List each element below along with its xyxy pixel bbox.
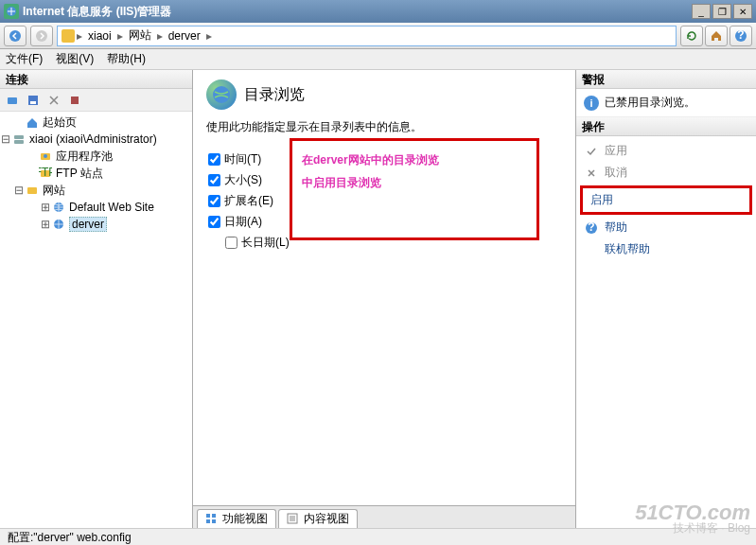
window-title: Internet 信息服务 (IIS)管理器: [23, 4, 692, 20]
page-header: 目录浏览: [206, 79, 562, 110]
breadcrumb-item[interactable]: 网站: [125, 27, 155, 44]
content-body: 目录浏览 使用此功能指定显示在目录列表中的信息。 时间(T) 大小(S) 扩展名…: [193, 70, 575, 505]
alert-text: 已禁用目录浏览。: [605, 95, 695, 111]
action-enable[interactable]: 启用: [580, 185, 752, 215]
status-text: 配置:"derver" web.config: [8, 531, 132, 544]
blank-icon: [584, 242, 599, 257]
connections-header: 连接: [0, 70, 192, 89]
connect-icon[interactable]: [4, 92, 21, 109]
folder-icon: [25, 183, 40, 198]
svg-rect-21: [206, 519, 210, 523]
actions-header: 操作: [576, 117, 756, 136]
action-label: 取消: [605, 165, 627, 181]
connections-panel: 连接 起始页 ⊟ xiaoi (xiaoi\Administrator): [0, 70, 193, 528]
cancel-icon: [584, 166, 599, 181]
chevron-right-icon: ▸: [206, 29, 212, 43]
check-label: 长日期(L): [241, 235, 290, 251]
tree-label: 网站: [43, 183, 65, 199]
tree-node-start[interactable]: 起始页: [0, 114, 192, 131]
tree-label: FTP 站点: [56, 166, 103, 182]
checkbox-date[interactable]: [208, 216, 220, 228]
delete-icon[interactable]: [45, 92, 62, 109]
action-apply[interactable]: 应用: [576, 140, 756, 162]
checkbox-longdate[interactable]: [225, 237, 237, 249]
connections-tree[interactable]: 起始页 ⊟ xiaoi (xiaoi\Administrator) 应用程序池: [0, 112, 192, 528]
actions-list: 应用 取消 启用 ? 帮助 联机帮助: [576, 136, 756, 264]
breadcrumb-icon: [62, 29, 75, 43]
action-label: 联机帮助: [605, 241, 650, 257]
refresh-button[interactable]: [680, 26, 703, 46]
navigation-bar: ▸ xiaoi ▸ 网站 ▸ derver ▸ ?: [0, 23, 756, 49]
globe-icon: [51, 217, 66, 232]
tab-label: 内容视图: [304, 511, 349, 527]
minimize-button[interactable]: _: [692, 4, 711, 19]
page-title: 目录浏览: [244, 85, 305, 105]
checkbox-size[interactable]: [208, 174, 220, 186]
collapse-icon[interactable]: ⊟: [0, 132, 11, 146]
svg-point-18: [213, 86, 230, 103]
expand-icon[interactable]: ⊞: [40, 201, 51, 214]
view-tabs: 功能视图 内容视图: [193, 505, 575, 528]
breadcrumb-item[interactable]: xiaoi: [84, 29, 115, 43]
action-label: 启用: [590, 192, 613, 208]
collapse-icon[interactable]: ⊟: [13, 184, 25, 197]
svg-point-12: [44, 154, 47, 158]
apppool-icon: [38, 149, 53, 164]
features-icon: [205, 513, 219, 526]
svg-rect-5: [8, 97, 17, 104]
breadcrumb[interactable]: ▸ xiaoi ▸ 网站 ▸ derver ▸: [57, 26, 677, 46]
help-icon: ?: [584, 220, 599, 236]
close-button[interactable]: ✕: [733, 4, 752, 19]
checkbox-time[interactable]: [208, 153, 220, 166]
alert-item: i 已禁用目录浏览。: [576, 89, 756, 117]
check-label: 日期(A): [224, 214, 262, 230]
page-description: 使用此功能指定显示在目录列表中的信息。: [206, 119, 562, 135]
menu-file[interactable]: 文件(F): [6, 51, 43, 67]
directory-browsing-icon: [206, 79, 237, 110]
server-icon: [11, 132, 26, 147]
svg-rect-19: [206, 514, 210, 518]
home-button[interactable]: [705, 26, 728, 46]
tree-node-sites[interactable]: ⊟ 网站: [0, 182, 192, 199]
main-area: 连接 起始页 ⊟ xiaoi (xiaoi\Administrator): [0, 70, 756, 528]
maximize-button[interactable]: ❐: [712, 4, 731, 19]
apply-icon: [584, 144, 599, 159]
tab-features-view[interactable]: 功能视图: [197, 509, 276, 528]
menu-help[interactable]: 帮助(H): [107, 51, 146, 67]
back-button[interactable]: [4, 26, 26, 46]
svg-rect-10: [14, 140, 24, 144]
svg-rect-15: [27, 187, 37, 194]
content-panel: 目录浏览 使用此功能指定显示在目录列表中的信息。 时间(T) 大小(S) 扩展名…: [193, 70, 576, 528]
tab-content-view[interactable]: 内容视图: [278, 509, 358, 528]
tree-label: derver: [69, 217, 107, 232]
tree-node-server[interactable]: ⊟ xiaoi (xiaoi\Administrator): [0, 131, 192, 148]
svg-point-2: [36, 30, 47, 42]
help-button[interactable]: ?: [730, 26, 752, 46]
annotation-line: 中启用目录浏览: [302, 171, 527, 194]
tree-node-apppools[interactable]: 应用程序池: [0, 148, 192, 165]
chevron-right-icon: ▸: [117, 29, 123, 43]
svg-rect-20: [212, 514, 216, 518]
annotation-line: 在derver网站中的目录浏览: [302, 149, 527, 171]
action-onlinehelp[interactable]: 联机帮助: [576, 238, 756, 260]
svg-rect-22: [212, 519, 216, 523]
menu-view[interactable]: 视图(V): [56, 51, 94, 67]
stop-icon[interactable]: [66, 92, 83, 109]
chevron-right-icon: ▸: [157, 29, 163, 43]
globe-icon: [51, 200, 66, 215]
tree-node-ftpsites[interactable]: FTP FTP 站点: [0, 165, 192, 182]
tree-node-derver[interactable]: ⊞ derver: [0, 216, 192, 233]
status-bar: 配置:"derver" web.config: [0, 528, 756, 545]
tree-node-defaultsite[interactable]: ⊞ Default Web Site: [0, 199, 192, 216]
breadcrumb-item[interactable]: derver: [165, 29, 204, 43]
action-cancel[interactable]: 取消: [576, 162, 756, 184]
tree-label: xiaoi (xiaoi\Administrator): [29, 132, 157, 146]
check-label: 大小(S): [224, 172, 262, 188]
action-label: 帮助: [605, 220, 627, 236]
save-icon[interactable]: [25, 92, 42, 109]
action-help[interactable]: ? 帮助: [576, 217, 756, 238]
expand-icon[interactable]: ⊞: [40, 218, 51, 231]
checkbox-ext[interactable]: [208, 195, 220, 207]
forward-button[interactable]: [30, 26, 53, 46]
svg-text:?: ?: [588, 221, 594, 234]
